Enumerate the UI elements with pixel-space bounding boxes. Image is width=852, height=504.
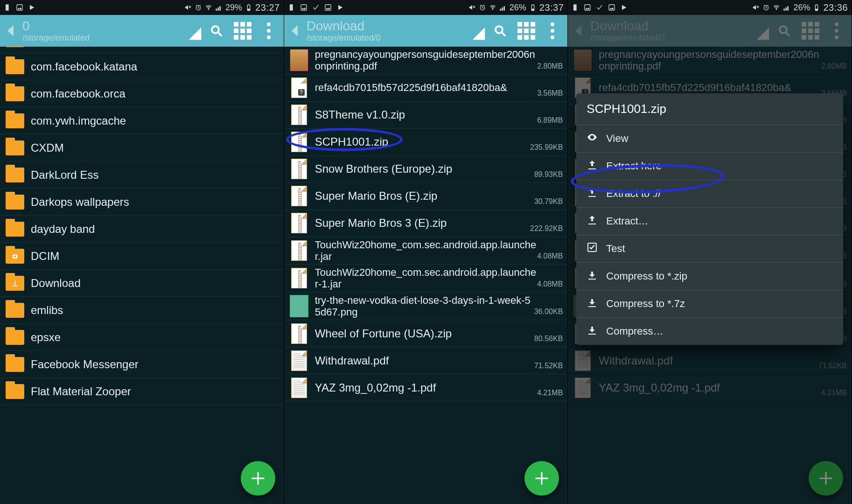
file-thumb	[288, 49, 310, 71]
menu-item[interactable]: View	[576, 125, 843, 153]
image-icon	[300, 4, 307, 11]
alarm-icon	[195, 4, 202, 11]
file-row[interactable]: DCIM	[0, 243, 284, 270]
menu-item[interactable]: Extract to .//	[576, 180, 843, 208]
folder-icon	[4, 303, 26, 318]
folder-icon	[4, 140, 26, 155]
file-thumb	[288, 158, 310, 180]
file-row[interactable]: com.facebook.katana	[0, 53, 284, 80]
search-button[interactable]	[203, 24, 230, 38]
file-row[interactable]: Withdrawal.pdf71.52KB	[284, 347, 568, 374]
menu-item-label: Extract here	[606, 160, 662, 172]
file-row[interactable]: emlibs	[0, 297, 284, 324]
folder-icon	[4, 86, 26, 101]
file-row[interactable]: YAZ 3mg_0,02mg -1.pdf4.21MB	[284, 374, 568, 401]
file-row[interactable]: CXDM	[0, 134, 284, 161]
toolbar: 0 /storage/emulated	[0, 15, 284, 47]
file-row[interactable]: epsxe	[0, 324, 284, 351]
back-button[interactable]	[286, 21, 305, 40]
folder-icon	[4, 276, 26, 291]
search-button[interactable]	[487, 24, 513, 38]
file-row[interactable]: Wheel of Fortune (USA).zip80.56KB	[284, 320, 568, 347]
file-thumb	[288, 350, 310, 372]
file-thumb	[288, 212, 310, 234]
fab-add[interactable]	[241, 461, 275, 496]
wifi-icon	[489, 4, 496, 11]
file-list[interactable]: pregnancyayoungpersonsguideseptember2006…	[284, 47, 568, 504]
signal-icon	[215, 4, 223, 11]
menu-item[interactable]: Test	[576, 235, 843, 263]
battery-icon	[529, 4, 537, 11]
file-row[interactable]: Darkops wallpapers	[0, 189, 284, 216]
file-row[interactable]: com.ywh.imgcache	[0, 107, 284, 134]
mute-icon	[184, 4, 192, 11]
menu-item[interactable]: Compress to *.zip	[576, 263, 843, 290]
view-grid-button[interactable]	[513, 22, 539, 40]
menu-item-label: Test	[606, 243, 625, 255]
file-size: 71.52KB	[534, 362, 564, 372]
file-row[interactable]: pregnancyayoungpersonsguideseptember2006…	[284, 47, 568, 75]
file-row[interactable]: DarkLord Ess	[0, 161, 284, 189]
file-row[interactable]: Flat Material Zooper	[0, 378, 284, 405]
image-icon	[324, 4, 332, 11]
context-menu-title: SCPH1001.zip	[576, 93, 843, 125]
file-size: 6.89MB	[537, 116, 564, 126]
file-thumb	[288, 295, 310, 317]
file-name: CXDM	[26, 141, 280, 154]
file-thumb	[288, 104, 310, 126]
folder-icon	[4, 384, 26, 399]
alarm-icon	[479, 4, 486, 11]
panel-folders: 29% 23:27 0 /storage/emulated com.facebo…	[0, 0, 284, 504]
menu-item-label: Extract…	[606, 215, 648, 227]
view-grid-button[interactable]	[230, 22, 256, 40]
file-row[interactable]: Facebook Messenger	[0, 351, 284, 378]
file-thumb	[288, 239, 310, 262]
overflow-button[interactable]	[539, 22, 566, 39]
file-row[interactable]: com.facebook.orca	[0, 80, 284, 107]
back-button[interactable]	[2, 21, 21, 40]
file-row[interactable]: try-the-new-vodka-diet-lose-3-days-in-1-…	[284, 293, 568, 321]
file-row[interactable]: ?refa4cdb7015fb57d225d9f16baf41820ba&3.5…	[284, 75, 568, 102]
phone-icon	[288, 4, 295, 11]
file-thumb	[288, 131, 310, 153]
folder-icon	[4, 222, 26, 237]
svg-rect-4	[248, 4, 250, 5]
file-name: SCPH1001.zip	[310, 135, 530, 148]
file-list[interactable]: com.facebook.katanacom.facebook.orcacom.…	[0, 47, 284, 504]
fab-add[interactable]	[524, 461, 559, 496]
file-row[interactable]: SCPH1001.zip235.99KB	[284, 129, 568, 156]
file-row[interactable]: Super Mario Bros (E).zip30.79KB	[284, 183, 568, 210]
panel-context-menu: 26% 23:36 Download /storage/emulated/0 p…	[568, 0, 852, 504]
menu-item[interactable]: Extract here	[576, 153, 843, 180]
toolbar-title: Download	[307, 20, 471, 33]
file-thumb	[288, 377, 310, 399]
file-row[interactable]: Snow Brothers (Europe).zip89.93KB	[284, 156, 568, 183]
file-row[interactable]: TouchWiz20home_com.sec.android.app.launc…	[284, 265, 568, 293]
file-name: DCIM	[26, 250, 280, 263]
file-thumb	[288, 267, 310, 289]
file-name: Snow Brothers (Europe).zip	[310, 162, 534, 175]
panel-download: 26% 23:37 Download /storage/emulated/0 p…	[284, 0, 568, 504]
svg-rect-5	[248, 9, 250, 10]
file-row[interactable]: TouchWiz20home_com.sec.android.app.launc…	[284, 237, 568, 265]
file-row[interactable]: dayday band	[0, 216, 284, 243]
menu-item[interactable]: Compress…	[576, 318, 843, 345]
menu-item[interactable]: Extract…	[576, 208, 843, 235]
file-name: com.ywh.imgcache	[26, 114, 280, 127]
svg-rect-10	[325, 5, 331, 10]
file-row[interactable]	[0, 47, 284, 53]
file-row[interactable]: S8Theme v1.0.zip6.89MB	[284, 102, 568, 129]
overflow-button[interactable]	[256, 22, 282, 39]
svg-rect-15	[532, 9, 534, 10]
file-name: dayday band	[26, 223, 280, 236]
file-name: emlibs	[26, 304, 280, 317]
file-name: epsxe	[26, 331, 280, 344]
file-row[interactable]: Download	[0, 270, 284, 297]
storage-selector[interactable]	[187, 21, 203, 41]
menu-item[interactable]: Compress to *.7z	[576, 290, 843, 318]
file-row[interactable]: Super Mario Bros 3 (E).zip222.92KB	[284, 210, 568, 237]
storage-selector[interactable]	[470, 21, 487, 41]
menu-item-label: Compress…	[606, 325, 663, 337]
battery-icon	[245, 4, 252, 11]
file-name: Download	[26, 277, 280, 290]
